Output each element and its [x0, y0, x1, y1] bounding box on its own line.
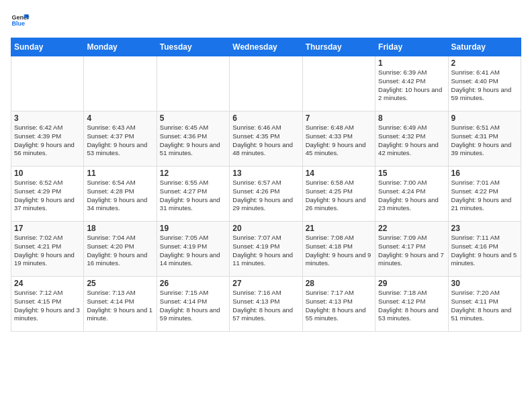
calendar-cell — [230, 56, 302, 111]
day-info: Sunrise: 6:42 AM Sunset: 4:39 PM Dayligh… — [14, 124, 81, 158]
svg-text:Blue: Blue — [11, 20, 25, 27]
weekday-header-tuesday: Tuesday — [157, 38, 229, 56]
day-info: Sunrise: 6:39 AM Sunset: 4:42 PM Dayligh… — [378, 68, 445, 103]
day-number: 17 — [14, 224, 81, 233]
weekday-header-friday: Friday — [375, 38, 448, 56]
calendar-cell — [157, 56, 229, 111]
day-info: Sunrise: 6:49 AM Sunset: 4:32 PM Dayligh… — [378, 124, 445, 158]
calendar-cell: 24Sunrise: 7:12 AM Sunset: 4:15 PM Dayli… — [11, 277, 84, 332]
calendar-cell: 27Sunrise: 7:16 AM Sunset: 4:13 PM Dayli… — [230, 277, 302, 332]
calendar-cell: 7Sunrise: 6:48 AM Sunset: 4:33 PM Daylig… — [302, 111, 375, 167]
day-info: Sunrise: 7:04 AM Sunset: 4:20 PM Dayligh… — [87, 234, 153, 268]
calendar-cell: 22Sunrise: 7:09 AM Sunset: 4:17 PM Dayli… — [375, 222, 448, 277]
day-info: Sunrise: 7:01 AM Sunset: 4:22 PM Dayligh… — [451, 179, 518, 213]
calendar-cell: 21Sunrise: 7:08 AM Sunset: 4:18 PM Dayli… — [302, 222, 375, 277]
weekday-header-thursday: Thursday — [302, 38, 375, 56]
calendar-cell: 11Sunrise: 6:54 AM Sunset: 4:28 PM Dayli… — [84, 167, 157, 222]
calendar-cell — [11, 56, 84, 111]
day-number: 20 — [232, 224, 299, 233]
calendar-cell: 13Sunrise: 6:57 AM Sunset: 4:26 PM Dayli… — [230, 167, 302, 222]
page-header: General Blue — [11, 11, 521, 30]
calendar-cell: 4Sunrise: 6:43 AM Sunset: 4:37 PM Daylig… — [84, 111, 157, 167]
day-number: 19 — [160, 224, 226, 233]
calendar-week-1: 1Sunrise: 6:39 AM Sunset: 4:42 PM Daylig… — [11, 56, 521, 111]
day-info: Sunrise: 7:20 AM Sunset: 4:11 PM Dayligh… — [451, 289, 518, 323]
calendar-cell: 5Sunrise: 6:45 AM Sunset: 4:36 PM Daylig… — [157, 111, 229, 167]
day-info: Sunrise: 6:58 AM Sunset: 4:25 PM Dayligh… — [306, 179, 372, 213]
calendar-cell: 6Sunrise: 6:46 AM Sunset: 4:35 PM Daylig… — [230, 111, 302, 167]
day-number: 14 — [306, 169, 372, 178]
weekday-header-saturday: Saturday — [448, 38, 521, 56]
day-number: 8 — [378, 113, 445, 123]
calendar-cell: 10Sunrise: 6:52 AM Sunset: 4:29 PM Dayli… — [11, 167, 84, 222]
calendar-week-2: 3Sunrise: 6:42 AM Sunset: 4:39 PM Daylig… — [11, 111, 521, 167]
day-info: Sunrise: 7:09 AM Sunset: 4:17 PM Dayligh… — [378, 234, 445, 268]
day-info: Sunrise: 7:05 AM Sunset: 4:19 PM Dayligh… — [160, 234, 226, 268]
weekday-header-monday: Monday — [84, 38, 157, 56]
calendar-week-5: 24Sunrise: 7:12 AM Sunset: 4:15 PM Dayli… — [11, 277, 521, 332]
calendar-cell: 8Sunrise: 6:49 AM Sunset: 4:32 PM Daylig… — [375, 111, 448, 167]
calendar-table: SundayMondayTuesdayWednesdayThursdayFrid… — [11, 38, 521, 332]
weekday-header-sunday: Sunday — [11, 38, 84, 56]
calendar-cell: 12Sunrise: 6:55 AM Sunset: 4:27 PM Dayli… — [157, 167, 229, 222]
day-number: 18 — [87, 224, 153, 233]
day-number: 4 — [87, 113, 153, 123]
page-container: General Blue SundayMondayTuesdayWednesda… — [0, 0, 532, 337]
day-number: 5 — [160, 113, 226, 123]
day-number: 15 — [378, 169, 445, 178]
weekday-header-row: SundayMondayTuesdayWednesdayThursdayFrid… — [11, 38, 521, 56]
day-info: Sunrise: 6:57 AM Sunset: 4:26 PM Dayligh… — [232, 179, 299, 213]
day-info: Sunrise: 6:43 AM Sunset: 4:37 PM Dayligh… — [87, 124, 153, 158]
day-info: Sunrise: 7:16 AM Sunset: 4:13 PM Dayligh… — [232, 289, 299, 323]
day-number: 13 — [232, 169, 299, 178]
day-info: Sunrise: 7:02 AM Sunset: 4:21 PM Dayligh… — [14, 234, 81, 268]
calendar-cell: 29Sunrise: 7:18 AM Sunset: 4:12 PM Dayli… — [375, 277, 448, 332]
day-number: 29 — [378, 279, 445, 288]
day-info: Sunrise: 7:17 AM Sunset: 4:13 PM Dayligh… — [306, 289, 372, 323]
calendar-cell: 19Sunrise: 7:05 AM Sunset: 4:19 PM Dayli… — [157, 222, 229, 277]
day-info: Sunrise: 7:15 AM Sunset: 4:14 PM Dayligh… — [160, 289, 226, 323]
day-number: 28 — [306, 279, 372, 288]
calendar-cell: 26Sunrise: 7:15 AM Sunset: 4:14 PM Dayli… — [157, 277, 229, 332]
day-info: Sunrise: 6:51 AM Sunset: 4:31 PM Dayligh… — [451, 124, 518, 158]
day-info: Sunrise: 6:41 AM Sunset: 4:40 PM Dayligh… — [451, 68, 518, 103]
calendar-cell: 15Sunrise: 7:00 AM Sunset: 4:24 PM Dayli… — [375, 167, 448, 222]
day-info: Sunrise: 7:07 AM Sunset: 4:19 PM Dayligh… — [232, 234, 299, 268]
weekday-header-wednesday: Wednesday — [230, 38, 302, 56]
calendar-cell: 28Sunrise: 7:17 AM Sunset: 4:13 PM Dayli… — [302, 277, 375, 332]
day-number: 26 — [160, 279, 226, 288]
day-number: 11 — [87, 169, 153, 178]
calendar-cell: 23Sunrise: 7:11 AM Sunset: 4:16 PM Dayli… — [448, 222, 521, 277]
calendar-cell: 30Sunrise: 7:20 AM Sunset: 4:11 PM Dayli… — [448, 277, 521, 332]
calendar-week-3: 10Sunrise: 6:52 AM Sunset: 4:29 PM Dayli… — [11, 167, 521, 222]
day-info: Sunrise: 7:18 AM Sunset: 4:12 PM Dayligh… — [378, 289, 445, 323]
day-number: 6 — [232, 113, 299, 123]
calendar-week-4: 17Sunrise: 7:02 AM Sunset: 4:21 PM Dayli… — [11, 222, 521, 277]
calendar-cell: 2Sunrise: 6:41 AM Sunset: 4:40 PM Daylig… — [448, 56, 521, 111]
logo: General Blue — [11, 11, 30, 30]
day-info: Sunrise: 6:48 AM Sunset: 4:33 PM Dayligh… — [306, 124, 372, 158]
day-number: 30 — [451, 279, 518, 288]
day-info: Sunrise: 6:46 AM Sunset: 4:35 PM Dayligh… — [232, 124, 299, 158]
calendar-cell: 18Sunrise: 7:04 AM Sunset: 4:20 PM Dayli… — [84, 222, 157, 277]
day-number: 12 — [160, 169, 226, 178]
day-number: 16 — [451, 169, 518, 178]
calendar-cell: 16Sunrise: 7:01 AM Sunset: 4:22 PM Dayli… — [448, 167, 521, 222]
calendar-cell — [302, 56, 375, 111]
day-number: 21 — [306, 224, 372, 233]
calendar-cell: 9Sunrise: 6:51 AM Sunset: 4:31 PM Daylig… — [448, 111, 521, 167]
day-info: Sunrise: 6:54 AM Sunset: 4:28 PM Dayligh… — [87, 179, 153, 213]
calendar-cell: 3Sunrise: 6:42 AM Sunset: 4:39 PM Daylig… — [11, 111, 84, 167]
day-number: 3 — [14, 113, 81, 123]
day-number: 22 — [378, 224, 445, 233]
calendar-cell — [84, 56, 157, 111]
day-number: 27 — [232, 279, 299, 288]
day-number: 7 — [306, 113, 372, 123]
calendar-cell: 1Sunrise: 6:39 AM Sunset: 4:42 PM Daylig… — [375, 56, 448, 111]
calendar-cell: 25Sunrise: 7:13 AM Sunset: 4:14 PM Dayli… — [84, 277, 157, 332]
day-number: 10 — [14, 169, 81, 178]
day-number: 2 — [451, 58, 518, 68]
day-info: Sunrise: 7:08 AM Sunset: 4:18 PM Dayligh… — [306, 234, 372, 268]
calendar-cell: 20Sunrise: 7:07 AM Sunset: 4:19 PM Dayli… — [230, 222, 302, 277]
logo-icon: General Blue — [11, 11, 30, 30]
